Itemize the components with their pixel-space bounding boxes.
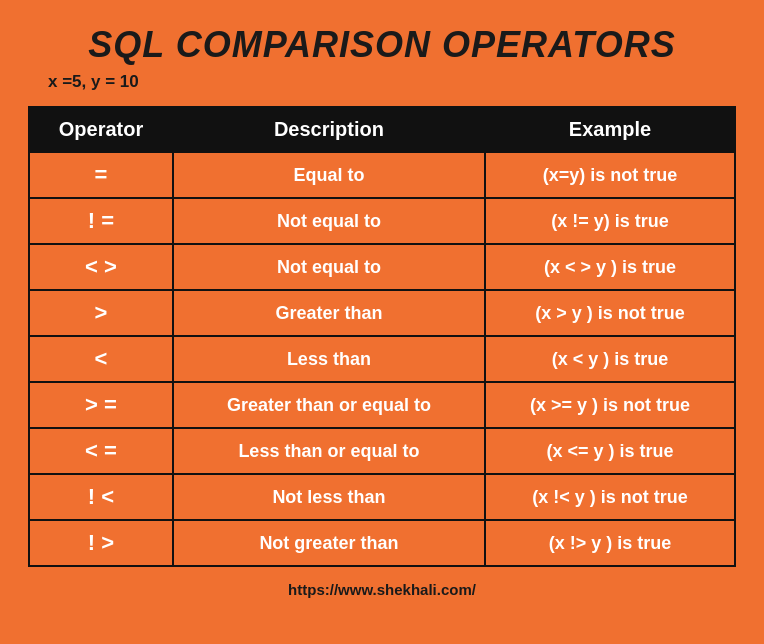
cell-example: (x >= y ) is not true (485, 382, 735, 428)
cell-example: (x !> y ) is true (485, 520, 735, 566)
cell-operator: < = (29, 428, 173, 474)
col-operator: Operator (29, 107, 173, 152)
cell-description: Equal to (173, 152, 485, 198)
table-row: ! >Not greater than(x !> y ) is true (29, 520, 735, 566)
cell-description: Not greater than (173, 520, 485, 566)
cell-description: Not less than (173, 474, 485, 520)
table-row: < >Not equal to(x < > y ) is true (29, 244, 735, 290)
table-row: =Equal to(x=y) is not true (29, 152, 735, 198)
table-row: > =Greater than or equal to(x >= y ) is … (29, 382, 735, 428)
variable-subtitle: x =5, y = 10 (48, 72, 139, 92)
page-title: SQL COMPARISON OPERATORS (88, 24, 675, 66)
cell-description: Less than (173, 336, 485, 382)
col-description: Description (173, 107, 485, 152)
cell-example: (x=y) is not true (485, 152, 735, 198)
cell-operator: < > (29, 244, 173, 290)
cell-description: Less than or equal to (173, 428, 485, 474)
cell-example: (x > y ) is not true (485, 290, 735, 336)
cell-operator: ! = (29, 198, 173, 244)
col-example: Example (485, 107, 735, 152)
cell-operator: ! > (29, 520, 173, 566)
cell-description: Not equal to (173, 198, 485, 244)
cell-example: (x < y ) is true (485, 336, 735, 382)
table-row: ! =Not equal to(x != y) is true (29, 198, 735, 244)
cell-example: (x !< y ) is not true (485, 474, 735, 520)
cell-operator: ! < (29, 474, 173, 520)
cell-description: Not equal to (173, 244, 485, 290)
comparison-table: Operator Description Example =Equal to(x… (28, 106, 736, 567)
cell-example: (x <= y ) is true (485, 428, 735, 474)
table-row: >Greater than(x > y ) is not true (29, 290, 735, 336)
table-header-row: Operator Description Example (29, 107, 735, 152)
footer-url: https://www.shekhali.com/ (288, 581, 476, 598)
cell-operator: > = (29, 382, 173, 428)
cell-operator: = (29, 152, 173, 198)
cell-operator: < (29, 336, 173, 382)
table-row: <Less than(x < y ) is true (29, 336, 735, 382)
cell-description: Greater than or equal to (173, 382, 485, 428)
main-card: SQL COMPARISON OPERATORS x =5, y = 10 Op… (0, 0, 764, 644)
cell-example: (x < > y ) is true (485, 244, 735, 290)
table-row: < =Less than or equal to(x <= y ) is tru… (29, 428, 735, 474)
cell-description: Greater than (173, 290, 485, 336)
cell-example: (x != y) is true (485, 198, 735, 244)
table-row: ! <Not less than(x !< y ) is not true (29, 474, 735, 520)
cell-operator: > (29, 290, 173, 336)
